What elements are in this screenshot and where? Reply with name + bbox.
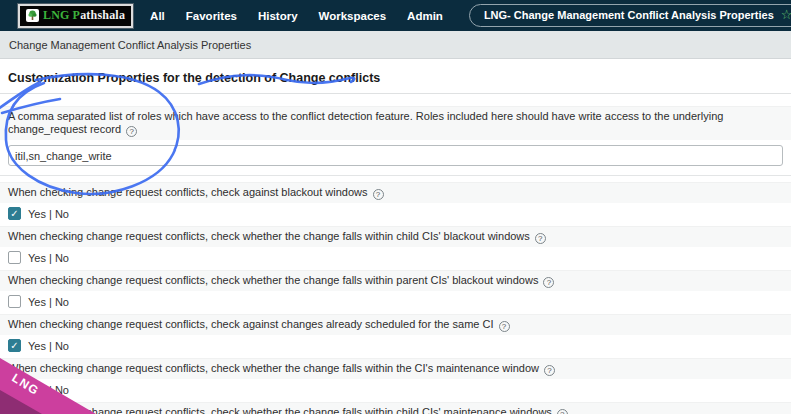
property-label-text: A comma separated list of roles which ha… [8, 110, 723, 135]
property-label-text: When checking change request conflicts, … [8, 274, 538, 286]
help-icon[interactable]: ? [535, 233, 546, 244]
property-section-same-ci: When checking change request conflicts, … [0, 314, 791, 352]
divider [0, 93, 791, 94]
yes-no-row: ✓ Yes | No [8, 251, 783, 264]
property-label-text: When checking change request conflicts, … [8, 318, 494, 330]
property-label: A comma separated list of roles which ha… [0, 106, 791, 140]
yes-no-checkbox[interactable]: ✓ [8, 339, 21, 352]
yes-no-label: Yes | No [28, 208, 69, 220]
logo[interactable]: LNGPathshala [18, 4, 133, 28]
help-icon[interactable]: ? [557, 409, 568, 414]
property-label: When checking change request conflicts, … [0, 402, 791, 414]
check-icon: ✓ [10, 341, 18, 351]
page-title: Customization Properties for the detecti… [8, 71, 783, 85]
page-title-pill[interactable]: LNG- Change Management Conflict Analysis… [469, 4, 791, 27]
yes-no-checkbox[interactable]: ✓ [8, 295, 21, 308]
help-icon[interactable]: ? [544, 365, 555, 376]
property-label: When checking change request conflicts, … [0, 182, 791, 203]
property-section-roles: A comma separated list of roles which ha… [0, 106, 791, 166]
property-label: When checking change request conflicts, … [0, 358, 791, 379]
breadcrumb[interactable]: Change Management Conflict Analysis Prop… [9, 39, 251, 51]
property-section-child-maintenance: When checking change request conflicts, … [0, 402, 791, 414]
help-icon[interactable]: ? [126, 126, 137, 137]
favorite-star-icon[interactable]: ☆ [781, 10, 791, 20]
yes-no-label: Yes | No [28, 384, 69, 396]
yes-no-checkbox[interactable]: ✓ [8, 383, 21, 396]
yes-no-checkbox[interactable]: ✓ [8, 207, 21, 220]
property-label-text: When checking change request conflicts, … [8, 186, 368, 198]
nav-item-all[interactable]: All [148, 6, 167, 26]
divider [0, 175, 791, 176]
logo-plant-icon [26, 9, 39, 22]
properties-page: Customization Properties for the detecti… [0, 71, 791, 414]
yes-no-checkbox[interactable]: ✓ [8, 251, 21, 264]
property-label: When checking change request conflicts, … [0, 314, 791, 335]
check-icon: ✓ [10, 385, 18, 395]
help-icon[interactable]: ? [499, 321, 510, 332]
help-icon[interactable]: ? [373, 189, 384, 200]
property-label: When checking change request conflicts, … [0, 270, 791, 291]
yes-no-row: ✓ Yes | No [8, 339, 783, 352]
property-section-blackout: When checking change request conflicts, … [0, 182, 791, 220]
yes-no-label: Yes | No [28, 296, 69, 308]
yes-no-label: Yes | No [28, 252, 69, 264]
nav-item-workspaces[interactable]: Workspaces [317, 6, 389, 26]
property-section-child-blackout: When checking change request conflicts, … [0, 226, 791, 264]
nav-item-favorites[interactable]: Favorites [184, 6, 239, 26]
app-header: LNGPathshala All Favorites History Works… [0, 0, 791, 31]
property-section-parent-blackout: When checking change request conflicts, … [0, 270, 791, 308]
property-label: When checking change request conflicts, … [0, 226, 791, 247]
yes-no-row: ✓ Yes | No [8, 383, 783, 396]
yes-no-row: ✓ Yes | No [8, 207, 783, 220]
logo-text: LNGPathshala [43, 8, 125, 23]
yes-no-label: Yes | No [28, 340, 69, 352]
property-section-ci-maintenance: When checking change request conflicts, … [0, 358, 791, 396]
yes-no-row: ✓ Yes | No [8, 295, 783, 308]
help-icon[interactable]: ? [543, 277, 554, 288]
page-title-pill-label: LNG- Change Management Conflict Analysis… [484, 9, 774, 21]
breadcrumb-bar: Change Management Conflict Analysis Prop… [0, 31, 791, 59]
property-label-text: When checking change request conflicts, … [8, 230, 530, 242]
property-label-text: When checking change request conflicts, … [8, 362, 539, 374]
property-label-text: When checking change request conflicts, … [8, 406, 552, 414]
main-nav: All Favorites History Workspaces Admin [148, 6, 445, 26]
nav-item-admin[interactable]: Admin [405, 6, 445, 26]
nav-item-history[interactable]: History [256, 6, 300, 26]
check-icon: ✓ [10, 209, 18, 219]
roles-input[interactable] [8, 145, 783, 166]
